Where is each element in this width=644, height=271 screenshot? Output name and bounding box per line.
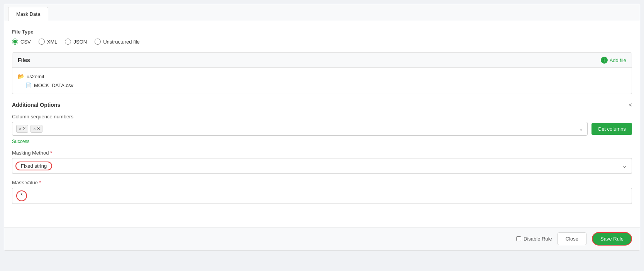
radio-xml-input[interactable] (39, 39, 45, 45)
footer: Disable Rule Close Save Rule (4, 227, 640, 250)
radio-xml-label: XML (47, 39, 58, 45)
collapse-button[interactable]: < (629, 102, 632, 108)
radio-json-input[interactable] (65, 39, 71, 45)
tag-2: × 2 (16, 125, 28, 133)
radio-csv[interactable]: CSV (12, 39, 31, 45)
content-area: File Type CSV XML JSON Unstructured file (4, 21, 640, 227)
file-type-label: File Type (12, 29, 632, 35)
additional-options-title: Additional Options (12, 102, 60, 108)
disable-rule-checkbox[interactable] (516, 236, 521, 241)
masking-method-required: * (50, 150, 52, 156)
files-section: Files + Add file 📂 us2emil 📄 MOCK_DATA.c… (12, 52, 632, 94)
masking-method-value: Fixed string (15, 162, 52, 170)
radio-json[interactable]: JSON (65, 39, 87, 45)
masking-method-select-inner: Fixed string (12, 158, 632, 173)
section-divider-line (64, 105, 625, 105)
mask-value-wrapper[interactable]: * (12, 188, 632, 204)
folder-item: 📂 us2emil (18, 72, 626, 81)
tag-2-remove[interactable]: × (19, 126, 21, 131)
additional-options-section: Additional Options < Column sequence num… (12, 102, 632, 204)
file-name: MOCK_DATA.csv (34, 82, 73, 88)
tag-3: × 3 (31, 125, 42, 133)
plus-icon: + (601, 57, 608, 64)
disable-rule-label: Disable Rule (524, 236, 552, 242)
radio-csv-label: CSV (20, 39, 31, 45)
add-file-label: Add file (610, 57, 626, 63)
folder-name: us2emil (27, 74, 44, 79)
column-row: × 2 × 3 ⌄ Get columns (12, 122, 632, 136)
tag-3-remove[interactable]: × (33, 126, 36, 131)
get-columns-button[interactable]: Get columns (591, 123, 632, 135)
masking-method-select-wrapper[interactable]: Fixed string (12, 158, 632, 174)
files-title: Files (18, 57, 30, 63)
mask-value-required: * (39, 180, 41, 185)
column-tag-select[interactable]: × 2 × 3 ⌄ (12, 122, 588, 136)
main-panel: Mask Data File Type CSV XML JSON (4, 4, 640, 251)
column-sequence-field: Column sequence numbers × 2 × 3 ⌄ Get c (12, 114, 632, 144)
tab-bar: Mask Data (4, 4, 640, 21)
close-button[interactable]: Close (558, 232, 586, 245)
masking-method-field: Masking Method * Fixed string (12, 150, 632, 174)
masking-method-label: Masking Method * (12, 150, 632, 156)
folder-icon: 📂 (18, 73, 24, 79)
radio-unstructured-input[interactable] (95, 39, 101, 45)
radio-unstructured-label: Unstructured file (103, 39, 140, 45)
radio-json-label: JSON (73, 39, 87, 45)
tab-mask-data[interactable]: Mask Data (8, 7, 48, 21)
file-type-radio-group: CSV XML JSON Unstructured file (12, 39, 632, 45)
file-item: 📄 MOCK_DATA.csv (25, 81, 626, 90)
file-icon: 📄 (25, 82, 32, 88)
tag-3-value: 3 (37, 126, 40, 131)
add-file-button[interactable]: + Add file (601, 57, 626, 64)
success-message: Success (12, 139, 632, 144)
files-content: 📂 us2emil 📄 MOCK_DATA.csv (12, 68, 632, 94)
mask-value-field: Mask Value * * (12, 180, 632, 204)
tag-2-value: 2 (23, 126, 25, 131)
mask-value-label: Mask Value * (12, 180, 632, 185)
disable-rule-checkbox-label[interactable]: Disable Rule (516, 236, 552, 242)
file-type-section: File Type CSV XML JSON Unstructured file (12, 29, 632, 45)
additional-options-header: Additional Options < (12, 102, 632, 108)
save-rule-button[interactable]: Save Rule (592, 232, 632, 246)
radio-xml[interactable]: XML (39, 39, 58, 45)
files-header: Files + Add file (12, 53, 632, 68)
radio-unstructured[interactable]: Unstructured file (95, 39, 140, 45)
mask-value-dot: * (16, 190, 27, 201)
radio-csv-input[interactable] (12, 39, 18, 45)
column-sequence-label: Column sequence numbers (12, 114, 632, 120)
column-chevron-icon: ⌄ (579, 126, 583, 132)
